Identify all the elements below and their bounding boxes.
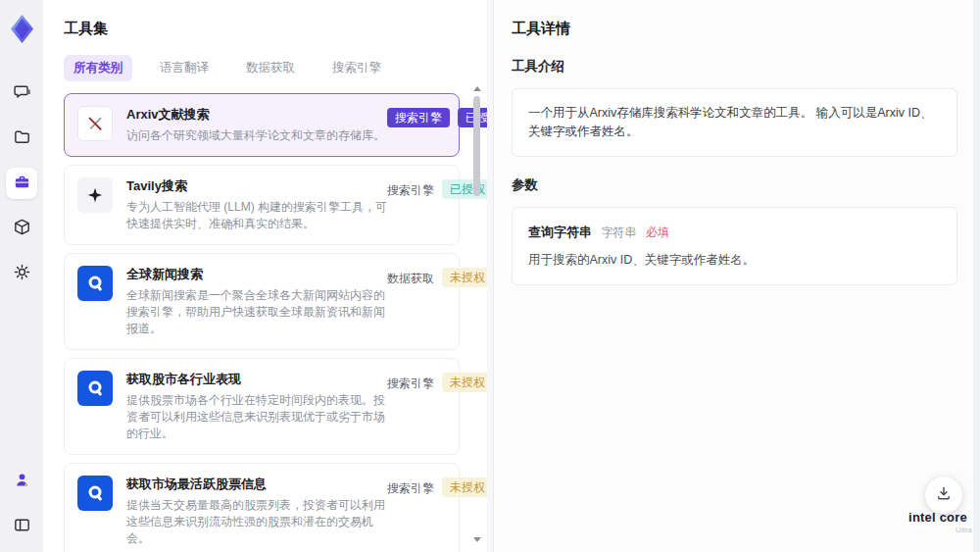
params-section-title: 参数 [512, 176, 957, 194]
tab-data-acquisition[interactable]: 数据获取 [236, 55, 305, 81]
tool-title: 获取市场最活跃股票信息 [126, 476, 387, 493]
user-icon [13, 471, 31, 493]
intel-core-logo-text: intel core [904, 510, 972, 525]
gear-icon [13, 263, 31, 285]
detail-title: 工具详情 [512, 20, 957, 38]
chat-icon [13, 82, 31, 105]
scroll-down-arrow-icon[interactable] [473, 537, 481, 542]
tool-title: Arxiv文献搜索 [126, 106, 387, 124]
tool-card-most-active-stocks[interactable]: 获取市场最活跃股票信息 提供当天交易量最高的股票列表，投资者可以利用这些信息来识… [64, 463, 460, 552]
tavily-star-icon [77, 177, 113, 213]
parameter-type: 字符串 [601, 226, 636, 239]
quark-search-icon [77, 371, 113, 406]
sidebar [0, 0, 43, 552]
tool-description: 提供当天交易量最高的股票列表，投资者可以利用这些信息来识别流动性强的股票和潜在的… [126, 497, 387, 547]
intro-section-title: 工具介绍 [512, 58, 957, 75]
sidebar-item-settings[interactable] [6, 258, 37, 289]
category-label: 搜索引擎 [387, 373, 434, 395]
parameter-header: 查询字符串 字符串 必填 [528, 223, 941, 242]
page-title: 工具集 [64, 20, 460, 38]
tool-list-panel: 工具集 所有类别 语言翻译 数据获取 搜索引擎 Arxiv文献搜索 [43, 0, 487, 552]
tool-title: 获取股市各行业表现 [126, 371, 387, 388]
tool-description: 提供股票市场各个行业在特定时间段内的表现。投资者可以利用这些信息来识别表现优于或… [126, 392, 387, 442]
app-logo [9, 14, 35, 48]
category-badge: 搜索引擎 [387, 108, 450, 127]
tool-card-global-news[interactable]: 全球新闻搜索 全球新闻搜索是一个聚合全球各大新闻网站内容的搜索引擎，帮助用户快速… [64, 253, 460, 350]
category-label: 数据获取 [387, 268, 434, 290]
intel-core-logo: intel core Ultra [904, 510, 972, 534]
tab-language-translation[interactable]: 语言翻译 [150, 55, 219, 81]
panel-toggle-icon [13, 516, 31, 538]
category-tabs: 所有类别 语言翻译 数据获取 搜索引擎 [64, 55, 460, 81]
tab-search-engine[interactable]: 搜索引擎 [322, 55, 391, 81]
sidebar-collapse[interactable] [6, 511, 37, 542]
briefcase-icon [13, 173, 31, 195]
tool-description: 专为人工智能代理 (LLM) 构建的搜索引擎工具，可快速提供实时、准确和真实的结… [126, 199, 387, 232]
tab-all-categories[interactable]: 所有类别 [64, 55, 132, 81]
tool-intro-box: 一个用于从Arxiv存储库搜索科学论文和文章的工具。 输入可以是Arxiv ID… [512, 88, 957, 157]
sidebar-item-chat[interactable] [6, 77, 37, 109]
sidebar-item-files[interactable] [6, 123, 37, 154]
arxiv-icon [77, 106, 113, 141]
folder-icon [13, 127, 31, 150]
parameter-box: 查询字符串 字符串 必填 用于搜索的Arxiv ID、关键字或作者姓名。 [512, 207, 957, 285]
intel-core-logo-sub: Ultra [904, 526, 972, 534]
quark-search-icon [77, 266, 113, 301]
sidebar-item-toolbox[interactable] [6, 168, 37, 199]
tool-card-arxiv[interactable]: Arxiv文献搜索 访问各个研究领域大量科学论文和文章的存储库。 搜索引擎 已授… [64, 93, 460, 157]
tool-description: 访问各个研究领域大量科学论文和文章的存储库。 [126, 127, 387, 144]
tool-list: Arxiv文献搜索 访问各个研究领域大量科学论文和文章的存储库。 搜索引擎 已授… [64, 93, 460, 552]
tool-title: Tavily搜索 [126, 177, 387, 195]
download-button[interactable] [925, 477, 962, 514]
list-scrollbar[interactable] [472, 86, 481, 542]
category-label: 搜索引擎 [387, 477, 434, 500]
category-label: 搜索引擎 [387, 179, 434, 202]
parameter-name: 查询字符串 [528, 225, 592, 239]
window-scrollbar[interactable] [973, 0, 980, 552]
download-icon [936, 485, 952, 505]
tool-card-tavily[interactable]: Tavily搜索 专为人工智能代理 (LLM) 构建的搜索引擎工具，可快速提供实… [64, 165, 460, 245]
tool-detail-panel: 工具详情 工具介绍 一个用于从Arxiv存储库搜索科学论文和文章的工具。 输入可… [493, 0, 973, 552]
tool-intro-text: 一个用于从Arxiv存储库搜索科学论文和文章的工具。 输入可以是Arxiv ID… [528, 106, 933, 138]
parameter-description: 用于搜索的Arxiv ID、关键字或作者姓名。 [528, 251, 941, 270]
quark-search-icon [77, 476, 113, 511]
tool-description: 全球新闻搜索是一个聚合全球各大新闻网站内容的搜索引擎，帮助用户快速获取全球最新资… [126, 287, 387, 337]
scroll-up-arrow-icon[interactable] [473, 86, 481, 91]
scrollbar-thumb[interactable] [473, 96, 480, 196]
tool-title: 全球新闻搜索 [126, 266, 387, 283]
sidebar-item-models[interactable] [6, 213, 37, 244]
parameter-required-flag: 必填 [646, 226, 669, 239]
sidebar-item-account[interactable] [6, 466, 37, 497]
tool-card-sector-performance[interactable]: 获取股市各行业表现 提供股票市场各个行业在特定时间段内的表现。投资者可以利用这些… [64, 358, 460, 455]
cube-icon [13, 218, 31, 240]
